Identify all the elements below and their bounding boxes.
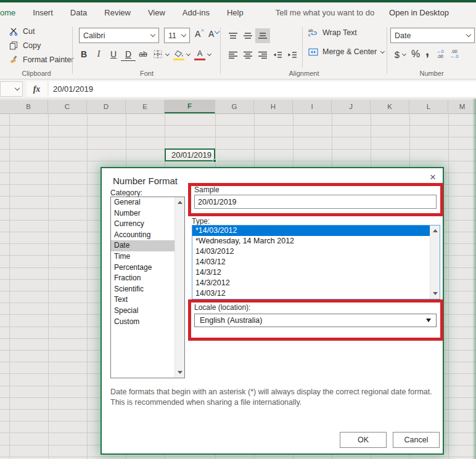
decrease-indent-button[interactable] [270, 47, 285, 62]
type-option[interactable]: 14/03/12 [192, 288, 430, 299]
decrease-decimal-button[interactable]: .00 →.0 [450, 49, 459, 59]
type-scrollbar[interactable] [430, 225, 440, 299]
bold-button[interactable]: B [76, 47, 91, 62]
underline-button[interactable]: U [106, 47, 121, 62]
align-top-button[interactable] [226, 28, 240, 43]
italic-button[interactable]: I [91, 47, 106, 62]
type-listbox[interactable]: *14/03/2012 *Wednesday, 14 March 2012 14… [192, 225, 440, 299]
locale-dropdown[interactable]: English (Australia) [194, 314, 437, 327]
font-name-select[interactable]: Calibri [79, 28, 159, 43]
scroll-up-icon[interactable] [175, 198, 184, 207]
tab-help[interactable]: Help [218, 8, 252, 17]
currency-button[interactable]: $ [392, 47, 402, 62]
increase-decimal-button[interactable]: ←0 .00 [437, 49, 444, 59]
cancel-button[interactable]: Cancel [393, 432, 440, 448]
tab-insert[interactable]: Insert [24, 8, 62, 17]
type-option[interactable]: 14/3/12 [192, 267, 430, 278]
sample-value: 20/01/2019 [198, 198, 237, 206]
cut-button[interactable]: Cut [9, 27, 35, 36]
column-header-g[interactable]: G [215, 100, 254, 113]
align-center-button[interactable] [240, 47, 255, 62]
scroll-down-icon[interactable] [430, 289, 440, 298]
grow-font-button[interactable]: A^ [195, 29, 204, 39]
font-group: Calibri 11 A^ A B I U D ab A [73, 22, 221, 79]
column-header-i[interactable]: I [293, 100, 332, 113]
strikethrough-button[interactable]: ab [136, 47, 150, 62]
category-scrollbar[interactable] [174, 197, 184, 378]
copy-button[interactable]: Copy [9, 41, 41, 50]
tab-addins[interactable]: Add-ins [174, 8, 218, 17]
category-option[interactable]: Special [111, 306, 174, 317]
chevron-down-icon[interactable] [165, 51, 170, 55]
category-option[interactable]: Text [111, 294, 174, 306]
fill-color-button[interactable] [171, 47, 186, 62]
shrink-font-button[interactable]: A [208, 29, 219, 39]
fill-handle[interactable] [213, 159, 216, 163]
column-header-f-selected[interactable]: F [165, 100, 215, 113]
scroll-down-icon[interactable] [175, 368, 184, 377]
column-header-c[interactable]: C [48, 100, 87, 113]
category-listbox[interactable]: General Number Currency Accounting Date … [110, 197, 185, 378]
column-header-d[interactable]: D [87, 100, 126, 113]
sample-field[interactable]: 20/01/2019 [194, 195, 437, 209]
font-size-select[interactable]: 11 [164, 28, 190, 43]
fx-button[interactable]: fx [27, 81, 47, 97]
percent-button[interactable]: % [408, 47, 423, 62]
merge-center-button[interactable]: Merge & Center [308, 47, 387, 56]
align-middle-button[interactable] [240, 28, 255, 43]
chevron-down-icon[interactable] [380, 49, 385, 53]
double-underline-button[interactable]: D [121, 47, 136, 61]
category-option[interactable]: Accounting [111, 230, 174, 241]
type-option[interactable]: *Wednesday, 14 March 2012 [192, 236, 430, 246]
column-header-h[interactable]: H [254, 100, 293, 113]
selected-cell[interactable]: 20/01/2019 [165, 148, 215, 161]
category-option[interactable]: Custom [111, 317, 174, 328]
open-in-desktop-button[interactable]: Open in Desktop [389, 8, 449, 17]
column-header-b[interactable]: B [9, 100, 48, 113]
type-option[interactable]: 14/03/12 [192, 257, 430, 267]
category-option[interactable]: Time [111, 251, 174, 262]
align-right-button[interactable] [255, 47, 270, 62]
sample-label: Sample [194, 185, 220, 194]
category-option[interactable]: Scientific [111, 284, 174, 295]
align-bottom-button[interactable] [255, 28, 270, 43]
dropdown-caret-icon [426, 319, 431, 322]
chevron-down-icon[interactable] [186, 51, 191, 55]
number-format-select[interactable]: Date [390, 28, 475, 43]
column-header-e[interactable]: E [126, 100, 165, 113]
ok-button[interactable]: OK [340, 432, 387, 448]
format-painter-button[interactable]: Format Painter [9, 55, 74, 64]
align-left-button[interactable] [226, 47, 240, 62]
category-option[interactable]: Percentage [111, 262, 174, 274]
category-option[interactable]: Fraction [111, 273, 174, 284]
wrap-text-button[interactable]: abc Wrap Text [308, 28, 357, 37]
formula-input[interactable]: 20/01/2019 [49, 81, 476, 97]
borders-icon [154, 50, 162, 59]
close-icon[interactable]: × [430, 172, 436, 182]
tell-me-search[interactable]: Tell me what you want to do [276, 8, 374, 17]
selected-cell-value: 20/01/2019 [171, 150, 211, 160]
tab-home[interactable]: ome [0, 8, 24, 17]
font-color-button[interactable]: A [192, 47, 207, 62]
type-option[interactable]: 14/03/2012 [192, 246, 430, 257]
chevron-down-icon [150, 32, 155, 37]
column-header-l[interactable]: L [409, 100, 448, 113]
scroll-up-icon[interactable] [430, 226, 440, 235]
category-option-selected[interactable]: Date [111, 240, 174, 251]
type-option-selected[interactable]: *14/03/2012 [192, 225, 430, 236]
type-option[interactable]: 14/3/2012 [192, 278, 430, 288]
comma-style-button[interactable]: , [423, 47, 432, 62]
borders-button[interactable] [150, 47, 165, 62]
column-header-j[interactable]: J [332, 100, 371, 113]
increase-indent-button[interactable] [285, 47, 300, 62]
column-header-k[interactable]: K [371, 100, 409, 113]
tab-review[interactable]: Review [96, 8, 139, 17]
name-box[interactable] [0, 81, 23, 97]
chevron-down-icon[interactable] [402, 51, 406, 55]
category-option[interactable]: Currency [111, 219, 174, 230]
tab-data[interactable]: Data [62, 8, 96, 17]
chevron-down-icon[interactable] [207, 51, 211, 55]
category-option[interactable]: Number [111, 208, 174, 219]
tab-view[interactable]: View [139, 8, 174, 17]
category-option[interactable]: General [111, 197, 174, 208]
